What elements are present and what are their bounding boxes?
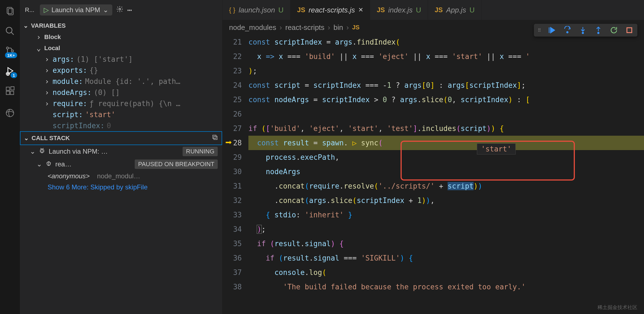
editor-tab[interactable]: JSindex.jsU [370,0,428,20]
code-line[interactable]: x => x === 'build' || x === 'eject' || x… [248,49,644,64]
code-line[interactable] [248,107,644,121]
callstack-header[interactable]: ⌄ CALL STACK [20,131,222,145]
svg-rect-14 [11,87,14,90]
svg-line-24 [43,151,44,152]
code-line[interactable]: .concat(require.resolve('../scripts/' + … [248,179,644,193]
debug-sidebar: R... ▷ Launch via NPM ⌄ ⋯ ⌄ VARIABLES › … [20,0,222,314]
svg-line-28 [50,163,51,163]
code-line[interactable]: ); [248,222,644,236]
debug-session-row[interactable]: ⌄ Launch via NPM: … RUNNING [20,145,222,158]
code-line[interactable]: { stdio: 'inherit' } [248,208,644,222]
run-debug-icon[interactable]: 1 [4,65,15,76]
variable-row[interactable]: script: 'start' [20,109,222,120]
launch-config-name: Launch via NPM [51,6,100,14]
variables-scope-local[interactable]: ⌄ Local [20,43,222,54]
step-into-icon[interactable] [579,26,587,34]
variable-row[interactable]: ›nodeArgs: (0) [] [20,87,222,98]
variable-row[interactable]: ›args: (1) ['start'] [20,54,222,65]
svg-rect-17 [213,135,216,138]
js-file-icon: JS [352,24,360,31]
variable-row[interactable]: ›exports: {} [20,65,222,76]
thread-status-badge: PAUSED ON BREAKPOINT [135,159,218,169]
chevron-down-icon: ⌄ [37,44,42,52]
step-over-icon[interactable] [563,26,572,34]
code-line[interactable]: const nodeArgs = scriptIndex > 0 ? args.… [248,92,644,107]
debug-badge: 1 [11,72,17,78]
debug-thread-row[interactable]: ⌄ rea… PAUSED ON BREAKPOINT [20,158,222,171]
code-line[interactable]: 'The build failed because the process ex… [248,280,644,294]
chevron-right-icon: › [45,66,50,74]
debug-hover-tooltip: 'start' [477,143,516,155]
debug-action-bar[interactable]: ⠿ [534,24,637,37]
variable-row[interactable]: ›module: Module {id: '.', path… [20,76,222,87]
gear-icon[interactable] [116,6,123,15]
edge-icon[interactable] [4,107,15,119]
svg-point-35 [598,32,599,34]
code-line[interactable]: if (['build', 'eject', 'start', 'test'].… [248,121,644,136]
restart-icon[interactable] [610,26,618,34]
code-line[interactable]: const result = spawn. ▷ sync( [248,136,644,150]
svg-rect-12 [6,91,10,95]
variables-scope-block[interactable]: › Block [20,32,222,43]
close-icon[interactable]: ✕ [358,6,363,14]
step-out-icon[interactable] [594,26,603,34]
bug-icon [39,147,45,156]
config-prefix: R... [25,6,36,14]
bug-icon [45,160,52,168]
chevron-right-icon: › [45,77,50,86]
play-icon: ▷ [44,6,49,14]
extensions-icon[interactable] [4,85,15,96]
collapse-all-icon[interactable] [212,134,218,142]
variables-header[interactable]: ⌄ VARIABLES [20,20,222,32]
svg-rect-36 [627,28,632,33]
json-file-icon: { } [229,6,235,14]
svg-rect-11 [6,87,10,91]
code-line[interactable]: process.execPath, [248,150,644,164]
svg-marker-30 [550,27,555,33]
code-line[interactable]: const scriptIndex = args.findIndex( [248,35,644,49]
svg-point-6 [11,50,14,52]
editor-tabs: { }launch.jsonUJSreact-scripts.js✕JSinde… [222,0,644,20]
svg-line-27 [46,163,47,163]
code-line[interactable]: if (result.signal === 'SIGKILL') { [248,251,644,265]
svg-point-4 [6,47,9,49]
code-editor[interactable]: 21222324252627⮕2829303132333435363738 co… [222,35,644,314]
js-file-icon: JS [297,6,305,14]
grip-icon[interactable]: ⠿ [538,28,541,33]
launch-config-select[interactable]: ▷ Launch via NPM ⌄ [40,4,112,16]
variable-row[interactable]: scriptIndex: 0 [20,120,222,131]
code-line[interactable]: console.log( [248,265,644,280]
line-gutter: 21222324252627⮕2829303132333435363738 [222,35,248,314]
code-line[interactable]: if (result.signal) { [248,236,644,251]
variable-row[interactable]: ›require: ƒ require(path) {\n … [20,98,222,109]
ellipsis-icon[interactable]: ⋯ [127,6,132,15]
watermark: 稀土掘金技术社区 [598,304,637,311]
explorer-icon[interactable] [4,6,15,17]
search-icon[interactable] [4,25,15,37]
code-line[interactable]: const script = scriptIndex === -1 ? args… [248,78,644,92]
svg-line-23 [40,151,41,152]
code-line[interactable]: nodeArgs [248,164,644,179]
current-line-arrow-icon: ⮕ [225,136,232,150]
source-control-icon[interactable]: 1K+ [4,45,15,56]
js-file-icon: JS [377,6,385,14]
stack-frame-row[interactable]: <anonymous> node_modul… [20,171,222,182]
stop-icon[interactable] [625,26,633,34]
chevron-right-icon: › [45,55,50,63]
code-line[interactable]: .concat(args.slice(scriptIndex + 1)), [248,193,644,208]
editor-tab[interactable]: JSreact-scripts.js✕ [290,0,370,20]
chevron-right-icon: › [37,33,42,41]
svg-point-15 [6,109,14,117]
editor-tab[interactable]: { }launch.jsonU [222,0,290,20]
svg-rect-18 [214,136,217,140]
code-content[interactable]: const scriptIndex = args.findIndex( x =>… [248,35,644,314]
continue-icon[interactable] [548,26,556,34]
chevron-down-icon: ⌄ [24,135,29,142]
chevron-down-icon: ⌄ [103,6,108,14]
editor-tab[interactable]: JSApp.jsU [428,0,481,20]
code-line[interactable]: ); [248,64,644,78]
chevron-right-icon: › [45,88,50,97]
git-status-badge: U [469,6,475,14]
chevron-down-icon: ⌄ [30,148,35,155]
show-more-frames-link[interactable]: Show 6 More: Skipped by skipFile [20,182,222,193]
